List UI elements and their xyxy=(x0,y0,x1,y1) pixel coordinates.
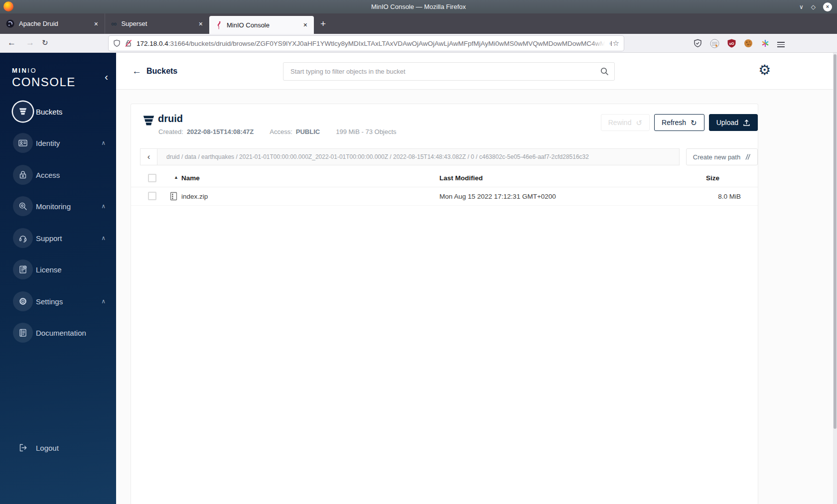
cookie-extension-icon[interactable] xyxy=(742,37,754,49)
container-mask-extension-icon[interactable] xyxy=(708,37,720,49)
chevron-up-icon[interactable]: ∧ xyxy=(101,298,106,305)
created-value: 2022-08-15T14:08:47Z xyxy=(187,128,254,135)
column-header-size: Size xyxy=(706,174,719,182)
url-host: 172.18.0.4 xyxy=(137,40,168,47)
sidebar-item-license[interactable]: License xyxy=(0,257,116,281)
table-row[interactable]: index.zip Mon Aug 15 2022 17:12:31 GMT+0… xyxy=(131,187,758,206)
logout-icon xyxy=(13,438,33,458)
nav-forward-icon[interactable]: → xyxy=(26,34,34,53)
bucket-name: druid xyxy=(158,113,183,125)
sidebar-item-label: License xyxy=(36,265,62,274)
access-label: Access: xyxy=(270,128,292,135)
back-arrow-icon: ← xyxy=(132,66,141,77)
upload-label: Upload xyxy=(716,119,738,126)
vertical-scrollbar xyxy=(833,53,837,504)
window-titlebar: MinIO Console — Mozilla Firefox ∨ ◇ × xyxy=(0,0,837,13)
chevron-up-icon[interactable]: ∧ xyxy=(101,235,106,242)
object-last-modified: Mon Aug 15 2022 17:12:31 GMT+0200 xyxy=(439,193,556,200)
url-fade xyxy=(591,36,610,51)
access-value[interactable]: PUBLIC xyxy=(296,128,320,135)
column-header-name[interactable]: Name xyxy=(181,174,200,182)
bucket-card: druid Created: 2022-08-15T14:08:47Z Acce… xyxy=(131,104,758,504)
new-tab-button[interactable]: + xyxy=(320,18,326,29)
create-new-path-button[interactable]: Create new path xyxy=(686,148,758,165)
sidebar-item-label: Identity xyxy=(36,139,60,147)
create-new-path-label: Create new path xyxy=(693,153,740,161)
window-controls: ∨ ◇ × xyxy=(799,0,832,13)
menu-hamburger-icon[interactable] xyxy=(777,37,789,49)
window-maximize-icon[interactable]: ◇ xyxy=(811,4,816,10)
breadcrumb[interactable]: druid / data / earthquakes / 2021-01-01T… xyxy=(157,149,679,165)
tab-minio-console[interactable]: MinIO Console × xyxy=(209,16,314,34)
tab-close-icon[interactable]: × xyxy=(93,20,100,28)
sidebar-item-buckets[interactable]: Buckets xyxy=(0,100,116,124)
back-to-buckets[interactable]: ← Buckets xyxy=(132,53,177,90)
path-back-button[interactable]: ‹ xyxy=(140,149,157,165)
chevron-left-icon: ‹ xyxy=(147,152,150,162)
browser-toolbar: ← → ↻ 172.18.0.4:31664/buckets/druid/bro… xyxy=(0,34,837,53)
sidebar-item-label: Buckets xyxy=(36,108,62,116)
tracking-shield-icon[interactable] xyxy=(113,39,121,47)
window-minimize-icon[interactable]: ∨ xyxy=(799,4,804,10)
row-checkbox[interactable] xyxy=(148,192,156,200)
bucket-icon xyxy=(142,114,155,127)
url-bar[interactable]: 172.18.0.4:31664/buckets/druid/browse/ZG… xyxy=(109,36,624,51)
sidebar-item-monitoring[interactable]: Monitoring ∧ xyxy=(0,194,116,218)
sidebar-item-label: Documentation xyxy=(36,329,86,337)
refresh-button[interactable]: Refresh ↻ xyxy=(654,114,704,131)
logo-console: CONSOLE xyxy=(12,75,76,89)
window-title: MinIO Console — Mozilla Firefox xyxy=(0,0,837,13)
tab-close-icon[interactable]: × xyxy=(197,20,204,28)
bookmark-star-icon[interactable]: ☆ xyxy=(612,39,619,48)
nav-back-icon[interactable]: ← xyxy=(7,34,16,53)
page-header: ← Buckets ⚙ xyxy=(116,53,833,90)
search-icon xyxy=(600,67,609,76)
sidebar-item-label: Monitoring xyxy=(36,202,71,211)
bucket-usage: 199 MiB - 73 Objects xyxy=(336,128,396,135)
created-label: Created: xyxy=(158,128,183,135)
sidebar-item-label: Access xyxy=(36,171,60,179)
shield-check-extension-icon[interactable] xyxy=(692,37,703,49)
console-settings-gear-icon[interactable]: ⚙ xyxy=(758,63,771,77)
sidebar-item-settings[interactable]: Settings ∧ xyxy=(0,289,116,313)
zip-file-icon xyxy=(170,192,177,201)
tab-label: MinIO Console xyxy=(227,21,302,29)
nav-reload-icon[interactable]: ↻ xyxy=(42,34,48,53)
rewind-icon: ↺ xyxy=(636,119,642,126)
documentation-icon xyxy=(13,323,33,343)
scrollbar-thumb[interactable] xyxy=(834,54,837,429)
refresh-icon: ↻ xyxy=(691,119,697,126)
logo-io: IO xyxy=(27,67,37,74)
window-close-icon[interactable]: × xyxy=(823,2,832,11)
insecure-lock-icon[interactable] xyxy=(125,39,132,47)
sidebar-item-access[interactable]: Access xyxy=(0,163,116,187)
tab-close-icon[interactable]: × xyxy=(302,21,309,29)
sidebar: MINIO CONSOLE ‹ Buckets Identity ∧ Acces… xyxy=(0,53,116,504)
filter-objects-input[interactable] xyxy=(283,62,615,81)
tab-superset[interactable]: ∞ Superset × xyxy=(105,13,209,34)
rewind-label: Rewind xyxy=(608,119,632,126)
sidebar-item-documentation[interactable]: Documentation xyxy=(0,321,116,345)
sidebar-item-logout[interactable]: Logout xyxy=(0,436,116,460)
sidebar-item-identity[interactable]: Identity ∧ xyxy=(0,131,116,155)
upload-button[interactable]: Upload xyxy=(709,114,758,131)
sidebar-item-support[interactable]: Support ∧ xyxy=(0,226,116,250)
minio-console-logo: MINIO CONSOLE xyxy=(12,66,76,89)
select-all-checkbox[interactable] xyxy=(148,174,156,182)
sidebar-item-label: Logout xyxy=(36,444,59,452)
path-bar: ‹ druid / data / earthquakes / 2021-01-0… xyxy=(140,148,680,165)
object-name[interactable]: index.zip xyxy=(181,193,208,200)
refresh-label: Refresh xyxy=(662,119,686,126)
chevron-up-icon[interactable]: ∧ xyxy=(101,203,106,210)
object-size: 8.0 MiB xyxy=(718,193,741,200)
tab-label: Superset xyxy=(121,20,197,27)
colorful-asterisk-extension-icon[interactable] xyxy=(759,37,771,49)
monitoring-icon xyxy=(13,196,33,216)
license-icon xyxy=(13,259,33,279)
ublock-extension-icon[interactable]: uO xyxy=(725,37,737,49)
sidebar-collapse-icon[interactable]: ‹ xyxy=(105,71,108,83)
rewind-button[interactable]: Rewind ↺ xyxy=(601,114,650,131)
buckets-icon xyxy=(13,102,33,122)
tab-apache-druid[interactable]: Apache Druid × xyxy=(0,13,105,34)
chevron-up-icon[interactable]: ∧ xyxy=(101,139,106,146)
